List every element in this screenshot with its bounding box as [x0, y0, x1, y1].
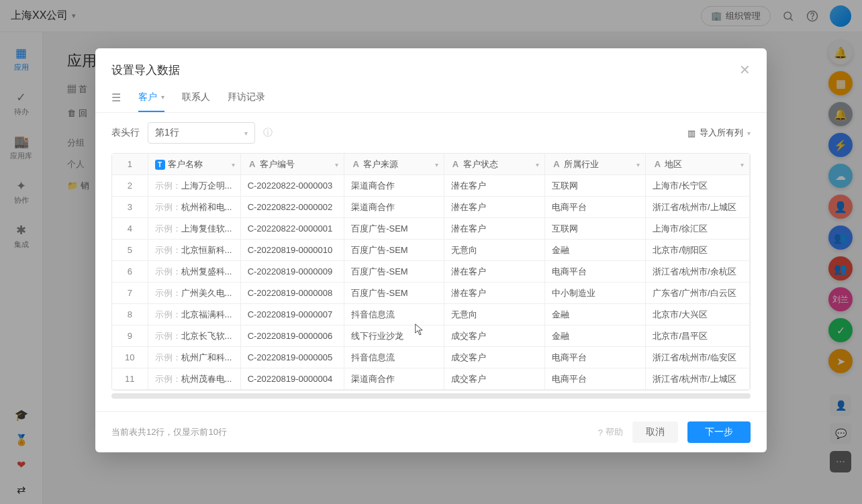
info-icon[interactable]: ⓘ	[263, 127, 273, 139]
cell-source: 渠道商合作	[344, 197, 444, 218]
cell-industry: 金融	[545, 240, 646, 261]
cell-code: C-20220822-0000002	[241, 197, 345, 218]
cell-source: 抖音信息流	[344, 347, 444, 368]
cell-source: 百度广告-SEM	[344, 218, 444, 240]
row-index: 6	[112, 261, 148, 283]
table-row[interactable]: 2示例：上海万企明...C-20220822-0000003渠道商合作潜在客户互…	[112, 175, 750, 197]
cell-code: C-20220819-0000005	[241, 347, 345, 368]
cell-status: 潜在客户	[444, 197, 545, 218]
select-value: 第1行	[155, 127, 179, 139]
cell-source: 百度广告-SEM	[344, 240, 444, 261]
cell-region: 广东省/广州市/白云区	[646, 283, 750, 304]
cell-region: 浙江省/杭州市/余杭区	[646, 261, 750, 283]
cell-status: 成交客户	[444, 368, 545, 390]
cell-name: 示例：上海万企明...	[148, 175, 241, 197]
cell-source: 线下行业沙龙	[344, 325, 444, 347]
row-index: 8	[112, 304, 148, 325]
cell-name: 示例：北京长飞软...	[148, 325, 241, 347]
cell-status: 无意向	[444, 240, 545, 261]
cell-industry: 中小制造业	[545, 283, 646, 304]
footer-row-count: 当前表共12行，仅显示前10行	[111, 426, 227, 438]
col-industry-header[interactable]: A所属行业▾	[545, 154, 646, 175]
chevron-down-icon: ▾	[161, 93, 164, 101]
cell-region: 浙江省/杭州市/上城区	[646, 197, 750, 218]
table-row[interactable]: 3示例：杭州裕和电...C-20220822-0000002渠道商合作潜在客户电…	[112, 197, 750, 218]
cell-industry: 电商平台	[545, 347, 646, 368]
chevron-down-icon: ▾	[747, 130, 751, 137]
row-index: 7	[112, 283, 148, 304]
cell-name: 示例：杭州裕和电...	[148, 197, 241, 218]
cell-name: 示例：北京福满科...	[148, 304, 241, 325]
row-index: 9	[112, 325, 148, 347]
row-index: 2	[112, 175, 148, 197]
table-row[interactable]: 7示例：广州美久电...C-20220819-0000008百度广告-SEM潜在…	[112, 283, 750, 304]
cell-industry: 互联网	[545, 175, 646, 197]
cell-code: C-20220822-0000001	[241, 218, 345, 240]
col-name-header[interactable]: T客户名称▾	[148, 154, 241, 175]
cell-status: 成交客户	[444, 347, 545, 368]
cell-industry: 金融	[545, 304, 646, 325]
cell-region: 北京市/朝阳区	[646, 240, 750, 261]
table-row[interactable]: 10示例：杭州广和科...C-20220819-0000005抖音信息流成交客户…	[112, 347, 750, 368]
table-row[interactable]: 5示例：北京恒新科...C-20220819-0000010百度广告-SEM无意…	[112, 240, 750, 261]
cell-status: 潜在客户	[444, 218, 545, 240]
cell-status: 无意向	[444, 304, 545, 325]
cell-name: 示例：杭州复盛科...	[148, 261, 241, 283]
cell-source: 百度广告-SEM	[344, 261, 444, 283]
cell-source: 渠道商合作	[344, 175, 444, 197]
cell-name: 示例：上海复佳软...	[148, 218, 241, 240]
cell-industry: 互联网	[545, 218, 646, 240]
row-index: 4	[112, 218, 148, 240]
cell-region: 浙江省/杭州市/临安区	[646, 347, 750, 368]
cell-name: 示例：广州美久电...	[148, 283, 241, 304]
help-link[interactable]: ? 帮助	[598, 426, 623, 438]
tab-visit[interactable]: 拜访记录	[228, 83, 265, 112]
row-index: 3	[112, 197, 148, 218]
tab-customer[interactable]: 客户 ▾	[138, 83, 164, 112]
table-row[interactable]: 4示例：上海复佳软...C-20220822-0000001百度广告-SEM潜在…	[112, 218, 750, 240]
header-row-label: 表头行	[111, 127, 140, 139]
header-row-select[interactable]: 第1行 ▾	[148, 122, 255, 144]
cell-industry: 金融	[545, 325, 646, 347]
cell-code: C-20220819-0000006	[241, 325, 345, 347]
menu-icon[interactable]: ☰	[111, 91, 121, 104]
cell-region: 上海市/徐汇区	[646, 218, 750, 240]
columns-icon: ▥	[687, 128, 696, 138]
cell-source: 渠道商合作	[344, 368, 444, 390]
cell-industry: 电商平台	[545, 368, 646, 390]
row-index: 11	[112, 368, 148, 390]
row-index: 10	[112, 347, 148, 368]
tab-contact[interactable]: 联系人	[182, 83, 210, 112]
cell-status: 潜在客户	[444, 283, 545, 304]
table-row[interactable]: 9示例：北京长飞软...C-20220819-0000006线下行业沙龙成交客户…	[112, 325, 750, 347]
table-row[interactable]: 8示例：北京福满科...C-20220819-0000007抖音信息流无意向金融…	[112, 304, 750, 325]
cell-code: C-20220819-0000010	[241, 240, 345, 261]
cell-industry: 电商平台	[545, 261, 646, 283]
cell-name: 示例：杭州茂春电...	[148, 368, 241, 390]
cell-source: 抖音信息流	[344, 304, 444, 325]
cell-name: 示例：北京恒新科...	[148, 240, 241, 261]
cell-region: 北京市/大兴区	[646, 304, 750, 325]
row-index: 5	[112, 240, 148, 261]
cell-source: 百度广告-SEM	[344, 283, 444, 304]
question-icon: ?	[598, 427, 603, 438]
col-status-header[interactable]: A客户状态▾	[444, 154, 545, 175]
cancel-button[interactable]: 取消	[632, 421, 678, 443]
table-row[interactable]: 6示例：杭州复盛科...C-20220819-0000009百度广告-SEM潜在…	[112, 261, 750, 283]
table-header-row: 1 T客户名称▾ A客户编号▾ A客户来源▾ A客户状态▾ A所属行业▾ A地区…	[112, 154, 750, 175]
modal-title: 设置导入数据	[111, 62, 180, 78]
horizontal-scrollbar[interactable]	[111, 393, 751, 399]
cell-status: 潜在客户	[444, 175, 545, 197]
next-button[interactable]: 下一步	[687, 421, 751, 443]
import-all-columns[interactable]: ▥ 导入所有列 ▾	[687, 127, 751, 139]
cell-status: 成交客户	[444, 325, 545, 347]
col-region-header[interactable]: A地区▾	[646, 154, 750, 175]
close-icon[interactable]: ✕	[739, 62, 751, 78]
cell-code: C-20220819-0000007	[241, 304, 345, 325]
cell-region: 浙江省/杭州市/上城区	[646, 368, 750, 390]
col-code-header[interactable]: A客户编号▾	[241, 154, 345, 175]
col-source-header[interactable]: A客户来源▾	[344, 154, 444, 175]
cell-region: 北京市/昌平区	[646, 325, 750, 347]
cell-name: 示例：杭州广和科...	[148, 347, 241, 368]
table-row[interactable]: 11示例：杭州茂春电...C-20220819-0000004渠道商合作成交客户…	[112, 368, 750, 390]
